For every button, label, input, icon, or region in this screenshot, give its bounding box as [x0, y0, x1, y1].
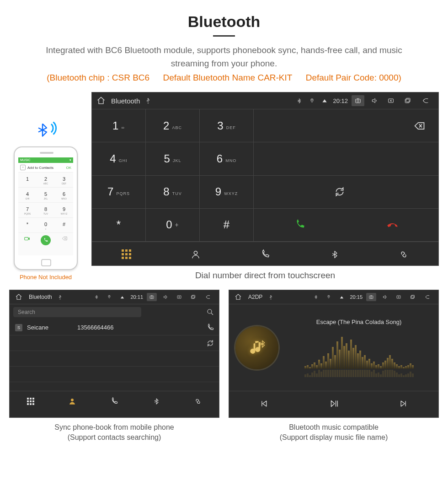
- back-icon[interactable]: [421, 292, 434, 303]
- hangup-button[interactable]: [386, 219, 398, 231]
- volume-icon[interactable]: [380, 292, 390, 303]
- dial-key-3[interactable]: 3DEF: [200, 109, 254, 142]
- search-input[interactable]: Search: [13, 307, 141, 317]
- usb-icon: [144, 96, 153, 105]
- screenshot-icon[interactable]: [352, 95, 364, 106]
- phone-key-9: 9WXYZ: [55, 202, 73, 217]
- side-sync-icon[interactable]: [206, 339, 214, 347]
- dial-key-#[interactable]: #: [200, 209, 254, 242]
- home-icon[interactable]: [96, 96, 106, 105]
- nav-contacts[interactable]: [161, 242, 231, 266]
- phone-key-8: 8TUV: [37, 202, 55, 217]
- nav-contacts[interactable]: [52, 391, 94, 411]
- album-art: [235, 326, 278, 369]
- dial-key-*[interactable]: *: [92, 209, 146, 242]
- dial-key-7[interactable]: 7PQRS: [92, 176, 146, 209]
- side-call-icon[interactable]: [206, 324, 214, 332]
- nav-calllog[interactable]: [93, 391, 135, 411]
- next-track-button[interactable]: [368, 391, 438, 416]
- song-title: Escape (The Pina Colada Song): [286, 319, 432, 325]
- location-icon: [324, 292, 333, 302]
- phone-key-0: 0+: [37, 217, 55, 232]
- nav-link[interactable]: [177, 391, 219, 411]
- close-app-icon[interactable]: [384, 95, 397, 106]
- nav-dialpad[interactable]: [10, 391, 52, 411]
- volume-icon[interactable]: [368, 95, 381, 106]
- caption-line1: Bluetooth music compatible: [289, 423, 379, 431]
- plus-icon: +: [20, 165, 26, 170]
- dial-key-6[interactable]: 6MNO: [200, 142, 254, 175]
- headunit-dialer: Bluetooth 20:12 1∞2ABC3DEF4GHI5JKL6MNO7P…: [91, 92, 439, 266]
- phone-key-2: 2ABC: [37, 172, 55, 187]
- contact-row[interactable]: S Seicane 13566664466: [10, 320, 219, 335]
- back-icon[interactable]: [202, 292, 214, 303]
- status-title: Bluetooth: [29, 294, 52, 300]
- contact-number: 13566664466: [77, 324, 114, 331]
- nav-calllog[interactable]: [230, 242, 300, 266]
- dial-key-5[interactable]: 5JKL: [146, 142, 200, 175]
- home-icon[interactable]: [14, 292, 23, 302]
- backspace-button[interactable]: [254, 109, 438, 142]
- dialpad-icon: [122, 249, 131, 259]
- status-bar: Bluetooth 20:12: [92, 92, 438, 109]
- volume-icon[interactable]: [160, 292, 171, 303]
- phone-key-5: 5JKL: [37, 187, 55, 202]
- phone-device: MUSIC▾ + Add to Contacts OK 12ABC3DEF4GH…: [14, 146, 78, 270]
- location-icon: [307, 96, 316, 105]
- usb-icon: [56, 292, 65, 302]
- nav-bluetooth[interactable]: [300, 242, 369, 266]
- title-underline: [213, 35, 235, 37]
- bluetooth-icon: [92, 292, 101, 302]
- close-app-icon[interactable]: [174, 292, 184, 303]
- call-controls: [254, 209, 438, 242]
- contact-badge: S: [15, 324, 22, 331]
- phone-key-4: 4GHI: [18, 187, 37, 202]
- dial-key-4[interactable]: 4GHI: [92, 142, 146, 175]
- screenshot-icon[interactable]: [147, 293, 157, 301]
- status-time: 20:12: [333, 97, 348, 104]
- caption-line1: Sync phone-book from mobile phone: [54, 423, 174, 431]
- dial-key-9[interactable]: 9WXYZ: [200, 176, 254, 209]
- call-button[interactable]: [294, 219, 306, 231]
- status-time: 20:15: [350, 294, 363, 300]
- description-text: Integrated with BC6 Bluetooth module, su…: [32, 44, 416, 70]
- music-visualizer: Escape (The Pina Colada Song): [286, 316, 432, 380]
- home-icon[interactable]: [234, 292, 243, 302]
- close-app-icon[interactable]: [394, 292, 404, 303]
- dial-key-1[interactable]: 1∞: [92, 109, 146, 142]
- bluetooth-icon: [311, 292, 320, 302]
- music-caption: Bluetooth music compatible (Support disp…: [229, 422, 439, 443]
- pair-code-value: Default Pair Code: 0000): [306, 73, 401, 82]
- screenshot-icon[interactable]: [366, 293, 376, 301]
- recents-icon[interactable]: [401, 95, 414, 106]
- phonebook-caption: Sync phone-book from mobile phone (Suppo…: [9, 422, 219, 443]
- side-search-icon[interactable]: [206, 308, 214, 316]
- dial-key-0[interactable]: 0+: [146, 209, 200, 242]
- recents-icon[interactable]: [407, 292, 417, 303]
- dialpad-icon: [27, 398, 34, 405]
- bluetooth-icon: [294, 96, 304, 105]
- nav-bluetooth[interactable]: [135, 391, 177, 411]
- phone-key-1: 1: [18, 172, 37, 187]
- back-icon[interactable]: [417, 95, 434, 106]
- phone-key-*: *: [18, 217, 37, 232]
- dialer-caption: Dial number direct from touchscreen: [91, 270, 439, 281]
- phone-key-6: 6MNO: [55, 187, 73, 202]
- dial-key-8[interactable]: 8TUV: [146, 176, 200, 209]
- nav-dialpad[interactable]: [92, 242, 161, 266]
- phone-call-button: [41, 235, 51, 245]
- play-pause-button[interactable]: [299, 391, 369, 416]
- dial-key-2[interactable]: 2ABC: [146, 109, 200, 142]
- phone-add-contacts: + Add to Contacts OK: [18, 163, 73, 172]
- recents-icon[interactable]: [188, 292, 198, 303]
- phone-screen: MUSIC▾ + Add to Contacts OK 12ABC3DEF4GH…: [18, 157, 73, 255]
- sync-button[interactable]: [254, 176, 438, 209]
- contact-row-empty: [10, 335, 219, 351]
- contact-row-empty: [10, 367, 219, 382]
- svg-point-9: [71, 399, 74, 401]
- caption-line2: (Support contacts searching): [68, 433, 161, 441]
- prev-track-button[interactable]: [229, 391, 299, 416]
- headunit-phonebook: Bluetooth 20:11 Search S Seicane 1356666…: [9, 290, 219, 418]
- contact-name: Seicane: [27, 324, 77, 331]
- nav-link[interactable]: [369, 242, 438, 266]
